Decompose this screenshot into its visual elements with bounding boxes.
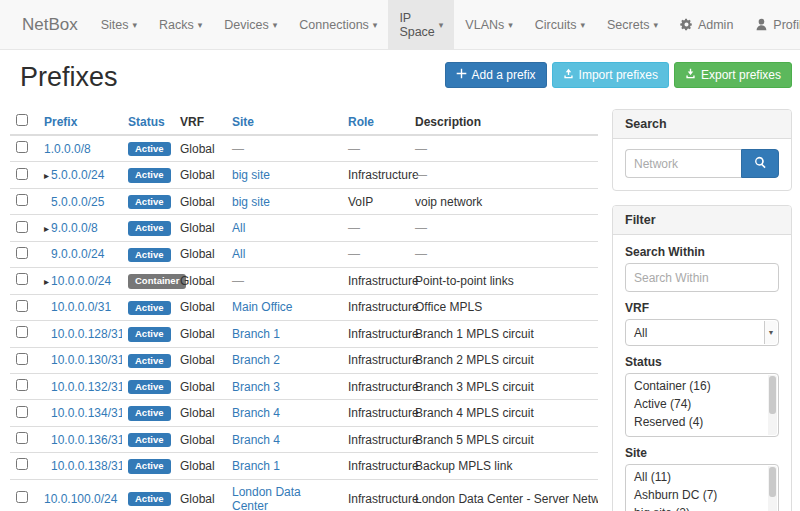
row-checkbox[interactable] — [16, 491, 28, 503]
status-option[interactable]: Deprecated (1) — [632, 432, 764, 437]
sort-link-status[interactable]: Status — [128, 115, 165, 129]
nav-item-vlans[interactable]: VLANs▾ — [454, 0, 523, 49]
role-cell: — — [342, 215, 409, 241]
nav-item-admin[interactable]: Admin — [669, 0, 744, 49]
site-link[interactable]: London Data Center — [232, 485, 301, 511]
status-badge[interactable]: Active — [128, 354, 171, 368]
row-checkbox[interactable] — [16, 406, 28, 418]
status-badge[interactable]: Active — [128, 380, 171, 394]
site-link[interactable]: All — [232, 221, 245, 235]
prefix-link[interactable]: 10.0.0.136/31 — [51, 433, 122, 447]
prefix-link[interactable]: 10.0.0.0/24 — [51, 274, 111, 288]
status-option[interactable]: Active (74) — [632, 395, 764, 413]
row-checkbox[interactable] — [16, 273, 28, 285]
row-select-cell — [10, 347, 38, 373]
prefix-link[interactable]: 10.0.0.134/31 — [51, 406, 122, 420]
status-badge[interactable]: Active — [128, 248, 171, 262]
row-checkbox[interactable] — [16, 247, 28, 259]
export-prefixes-button[interactable]: Export prefixes — [674, 62, 792, 88]
status-badge[interactable]: Container — [128, 274, 186, 288]
prefix-link[interactable]: 10.0.0.138/31 — [51, 459, 122, 473]
scrollbar[interactable] — [768, 466, 777, 511]
site-link[interactable]: Branch 2 — [232, 353, 280, 367]
sort-link-site[interactable]: Site — [232, 115, 254, 129]
status-badge[interactable]: Active — [128, 459, 171, 473]
status-badge[interactable]: Active — [128, 406, 171, 420]
prefix-cell: 10.0.100.0/24 — [38, 479, 122, 511]
site-option[interactable]: Ashburn DC (7) — [632, 486, 764, 504]
search-input[interactable] — [625, 149, 741, 178]
nav-item-profile[interactable]: Profile — [744, 0, 800, 49]
site-link[interactable]: Branch 4 — [232, 406, 280, 420]
status-multiselect[interactable]: Container (16)Active (74)Reserved (4)Dep… — [625, 373, 779, 437]
nav-item-secrets[interactable]: Secrets▾ — [596, 0, 669, 49]
row-checkbox[interactable] — [16, 221, 28, 233]
nav-item-connections[interactable]: Connections▾ — [288, 0, 388, 49]
prefix-link[interactable]: 10.0.0.132/31 — [51, 380, 122, 394]
search-within-input[interactable] — [625, 263, 779, 292]
expand-arrow-icon[interactable]: ▸ — [44, 223, 49, 234]
table-row: 10.0.0.138/31ActiveGlobalBranch 1Infrast… — [10, 453, 598, 479]
site-link[interactable]: Main Office — [232, 300, 292, 314]
search-button[interactable] — [741, 149, 779, 178]
status-badge[interactable]: Active — [128, 327, 171, 341]
add-prefix-button[interactable]: Add a prefix — [445, 62, 547, 88]
site-link[interactable]: big site — [232, 195, 270, 209]
status-badge[interactable]: Active — [128, 301, 171, 315]
status-badge[interactable]: Active — [128, 433, 171, 447]
search-panel: Search — [612, 109, 792, 191]
table-row: 10.0.100.0/24ActiveGlobalLondon Data Cen… — [10, 479, 598, 511]
site-link[interactable]: big site — [232, 168, 270, 182]
prefix-link[interactable]: 10.0.0.128/31 — [51, 327, 122, 341]
prefix-link[interactable]: 5.0.0.0/25 — [51, 195, 104, 209]
site-link[interactable]: All — [232, 247, 245, 261]
site-link[interactable]: Branch 1 — [232, 459, 280, 473]
nav-item-ip-space[interactable]: IP Space▾ — [388, 0, 454, 49]
row-checkbox[interactable] — [16, 353, 28, 365]
status-option[interactable]: Container (16) — [632, 377, 764, 395]
brand-logo[interactable]: NetBox — [10, 0, 90, 49]
site-option[interactable]: big site (2) — [632, 504, 764, 511]
column-header-site: Site — [226, 109, 342, 135]
row-checkbox[interactable] — [16, 326, 28, 338]
prefix-link[interactable]: 10.0.0.130/31 — [51, 353, 122, 367]
status-badge[interactable]: Active — [128, 221, 171, 235]
prefix-link[interactable]: 9.0.0.0/8 — [51, 221, 98, 235]
prefix-link[interactable]: 10.0.0.0/31 — [51, 300, 111, 314]
prefix-link[interactable]: 10.0.100.0/24 — [44, 492, 117, 506]
nav-item-racks[interactable]: Racks▾ — [148, 0, 213, 49]
nav-item-sites[interactable]: Sites▾ — [90, 0, 148, 49]
prefix-link[interactable]: 5.0.0.0/24 — [51, 168, 104, 182]
site-link[interactable]: Branch 4 — [232, 433, 280, 447]
row-checkbox[interactable] — [16, 194, 28, 206]
expand-arrow-icon[interactable]: ▸ — [44, 170, 49, 181]
site-link[interactable]: Branch 3 — [232, 380, 280, 394]
row-checkbox[interactable] — [16, 432, 28, 444]
sort-link-prefix[interactable]: Prefix — [44, 115, 77, 129]
status-option[interactable]: Reserved (4) — [632, 413, 764, 431]
row-select-cell — [10, 373, 38, 399]
row-checkbox[interactable] — [16, 458, 28, 470]
site-multiselect[interactable]: All (11)Ashburn DC (7)big site (2)Branch… — [625, 464, 779, 511]
sort-link-role[interactable]: Role — [348, 115, 374, 129]
vrf-select[interactable]: All ▼ — [625, 319, 779, 346]
scrollbar[interactable] — [768, 375, 777, 435]
status-badge[interactable]: Active — [128, 195, 171, 209]
row-checkbox[interactable] — [16, 379, 28, 391]
nav-item-circuits[interactable]: Circuits▾ — [524, 0, 596, 49]
vrf-cell: Global — [174, 268, 226, 294]
nav-item-devices[interactable]: Devices▾ — [213, 0, 288, 49]
prefix-link[interactable]: 9.0.0.0/24 — [51, 247, 104, 261]
status-badge[interactable]: Active — [128, 142, 171, 156]
site-link[interactable]: Branch 1 — [232, 327, 280, 341]
status-badge[interactable]: Active — [128, 492, 171, 506]
row-checkbox[interactable] — [16, 300, 28, 312]
import-prefixes-button[interactable]: Import prefixes — [552, 62, 669, 88]
row-checkbox[interactable] — [16, 168, 28, 180]
status-badge[interactable]: Active — [128, 168, 171, 182]
site-option[interactable]: All (11) — [632, 468, 764, 486]
prefix-link[interactable]: 1.0.0.0/8 — [44, 142, 91, 156]
row-checkbox[interactable] — [16, 141, 28, 153]
select-all-checkbox[interactable] — [16, 114, 28, 126]
expand-arrow-icon[interactable]: ▸ — [44, 276, 49, 287]
